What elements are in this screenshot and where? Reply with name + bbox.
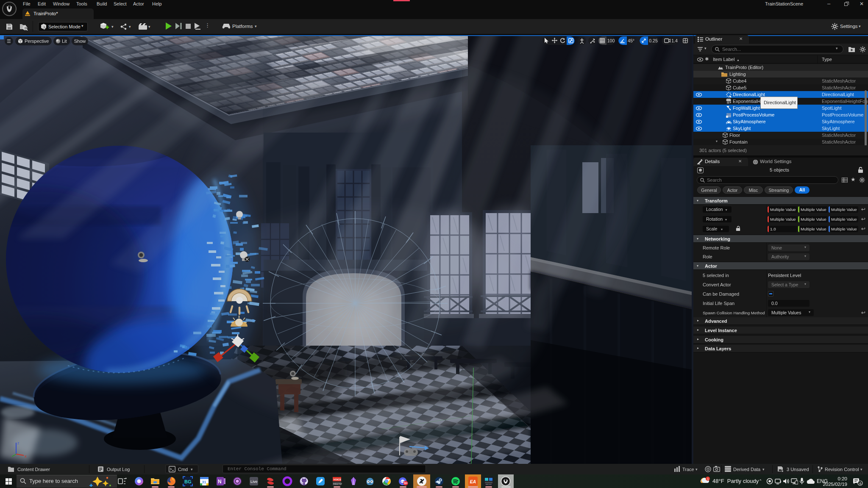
- svg-text:31: 31: [202, 480, 206, 484]
- svg-text:9+: 9+: [404, 482, 408, 485]
- svg-text:N: N: [218, 479, 222, 485]
- svg-text:EA: EA: [470, 479, 476, 484]
- svg-text:MEETER: MEETER: [333, 482, 342, 485]
- svg-text:6: 6: [860, 482, 862, 485]
- svg-text:1: 1: [707, 477, 709, 481]
- svg-text:Live: Live: [250, 480, 258, 484]
- svg-text:VOICE: VOICE: [334, 478, 342, 481]
- svg-text:BRCKU: BRCKU: [486, 483, 492, 485]
- svg-text:BG: BG: [184, 479, 192, 484]
